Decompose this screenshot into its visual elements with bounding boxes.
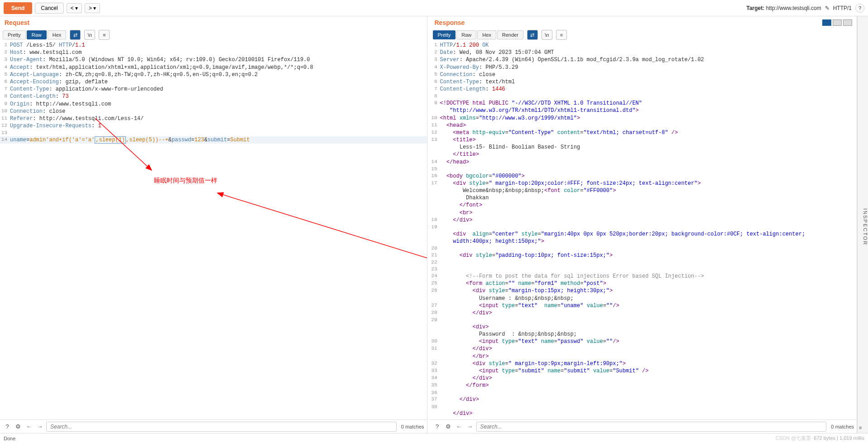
help-icon[interactable]: ? (855, 4, 864, 13)
send-button[interactable]: Send (4, 2, 32, 14)
line-content[interactable]: </div> (440, 345, 857, 352)
line-content[interactable]: Connection: close (440, 71, 857, 78)
code-line[interactable]: 11 <head> (430, 122, 857, 129)
line-content[interactable]: </div> (440, 375, 857, 382)
line-content[interactable]: Accept: text/html,application/xhtml+xml,… (10, 64, 427, 71)
search-prev-icon[interactable]: ← (24, 422, 34, 431)
tab-hex[interactable]: Hex (477, 30, 496, 39)
code-line[interactable]: 13 (0, 130, 427, 136)
line-content[interactable]: Upgrade-Insecure-Requests: 1 (10, 122, 427, 130)
line-content[interactable]: <div style="padding-top:10px; font-size:… (440, 252, 857, 259)
code-line[interactable]: Less-15- Blind- Boolian Based- String (430, 144, 857, 151)
line-content[interactable] (440, 259, 857, 266)
code-line[interactable]: 9Origin: http://www.testsqli.com (0, 101, 427, 108)
line-content[interactable]: <!--Form to post the data for sql inject… (440, 273, 857, 280)
line-content[interactable]: X-Powered-By: PHP/5.3.29 (440, 64, 857, 71)
line-content[interactable]: <input type="text" name="passwd" value="… (440, 338, 857, 345)
actions-icon[interactable]: ⇄ (527, 30, 538, 40)
line-content[interactable]: <div style="margin-top:15px; height:30px… (440, 287, 857, 294)
code-line[interactable]: 11Referer: http://www.testsqli.com/Less-… (0, 115, 427, 122)
line-content[interactable]: Referer: http://www.testsqli.com/Less-14… (10, 115, 427, 122)
code-line[interactable]: 32 <div style=" margin-top:9px;margin-le… (430, 360, 857, 367)
line-content[interactable]: <input type="text" name="uname" value=""… (440, 302, 857, 309)
line-content[interactable] (10, 130, 427, 136)
search-next-icon[interactable]: → (35, 422, 44, 431)
tab-raw[interactable]: Raw (27, 30, 47, 39)
code-line[interactable]: 8 (430, 93, 857, 100)
line-content[interactable]: Less-15- Blind- Boolian Based- String (440, 144, 857, 151)
code-line[interactable]: Username : &nbsp;&nbsp;&nbsp; (430, 295, 857, 302)
next-button[interactable]: > ▾ (85, 3, 100, 13)
line-content[interactable]: <body bgcolor="#000000"> (440, 173, 857, 180)
line-content[interactable] (440, 266, 857, 273)
line-content[interactable]: "http://www.w3.org/TR/xhtml1/DTD/xhtml1-… (440, 107, 857, 114)
search-prev-icon[interactable]: ← (455, 422, 464, 431)
line-content[interactable]: </div> (440, 217, 857, 224)
newline-icon[interactable]: \n (84, 30, 95, 40)
search-next-icon[interactable]: → (465, 422, 475, 431)
code-line[interactable]: 10Connection: close (0, 108, 427, 115)
line-content[interactable]: Welcome&nbsp;&nbsp;&nbsp;<font color="#F… (440, 187, 857, 194)
line-content[interactable]: Content-Length: 73 (10, 93, 427, 100)
code-line[interactable]: <div> (430, 323, 857, 331)
prev-button[interactable]: < ▾ (67, 3, 82, 13)
line-content[interactable] (440, 93, 857, 100)
code-line[interactable]: </br> (430, 353, 857, 360)
code-line[interactable]: 5Accept-Language: zh-CN,zh;q=0.8,zh-TW;q… (0, 71, 427, 78)
code-line[interactable]: </div> (430, 410, 857, 417)
line-content[interactable]: Content-Type: text/html (440, 78, 857, 86)
line-content[interactable]: <html xmlns="http://www.w3.org/1999/xhtm… (440, 115, 857, 122)
line-content[interactable]: <!DOCTYPE html PUBLIC "-//W3C//DTD XHTML… (440, 100, 857, 107)
code-line[interactable]: 6Accept-Encoding: gzip, deflate (0, 78, 427, 86)
code-line[interactable]: 17 <div style=" margin-top:20px;color:#F… (430, 180, 857, 187)
line-content[interactable]: Content-Length: 1446 (440, 86, 857, 93)
line-content[interactable]: Dhakkan (440, 194, 857, 202)
line-content[interactable]: </div> (440, 410, 857, 417)
line-content[interactable]: <form action="" name="form1" method="pos… (440, 280, 857, 287)
code-line[interactable]: 4Accept: text/html,application/xhtml+xml… (0, 64, 427, 71)
code-line[interactable]: 1HTTP/1.1 200 OK (430, 42, 857, 49)
line-content[interactable]: Content-Type: application/x-www-form-url… (10, 86, 427, 93)
help-icon[interactable]: ? (433, 422, 442, 431)
tab-hex[interactable]: Hex (48, 30, 67, 39)
code-line[interactable]: 22 (430, 259, 857, 266)
line-content[interactable] (440, 166, 857, 173)
line-content[interactable]: uname=admin'and+if('a'='a',sleep(1),slee… (10, 136, 427, 144)
line-content[interactable]: Connection: close (10, 108, 427, 115)
code-line[interactable]: 5Connection: close (430, 71, 857, 78)
code-line[interactable]: 21 <div style="padding-top:10px; font-si… (430, 252, 857, 259)
code-line[interactable]: 2Date: Wed, 08 Nov 2023 15:07:04 GMT (430, 49, 857, 56)
line-content[interactable]: Host: www.testsqli.com (10, 49, 427, 56)
inspector-sidebar[interactable]: INSPECTOR ≡ (857, 16, 868, 433)
expand-icon[interactable]: ≡ (859, 425, 863, 430)
layout-single-icon[interactable] (843, 19, 852, 26)
code-line[interactable]: 24 <!--Form to post the data for sql inj… (430, 273, 857, 280)
code-line[interactable]: 37 </div> (430, 396, 857, 403)
code-line[interactable]: 27 <input type="text" name="uname" value… (430, 302, 857, 309)
line-content[interactable]: </form> (440, 382, 857, 389)
line-content[interactable]: </br> (440, 353, 857, 360)
line-content[interactable]: </font> (440, 202, 857, 209)
code-line[interactable]: "http://www.w3.org/TR/xhtml1/DTD/xhtml1-… (430, 107, 857, 114)
code-line[interactable]: 25 <form action="" name="form1" method="… (430, 280, 857, 287)
code-line[interactable]: Dhakkan (430, 194, 857, 202)
line-content[interactable]: Accept-Encoding: gzip, deflate (10, 78, 427, 86)
line-content[interactable]: <div align="center" style="margin:40px 0… (440, 231, 857, 238)
code-line[interactable]: 34 </div> (430, 375, 857, 382)
code-line[interactable]: 36 (430, 390, 857, 396)
line-content[interactable]: <meta http-equiv="Content-Type" content=… (440, 129, 857, 136)
layout-rows-icon[interactable] (833, 19, 842, 26)
code-line[interactable]: 3Server: Apache/2.4.39 (Win64) OpenSSL/1… (430, 56, 857, 63)
line-content[interactable]: Accept-Language: zh-CN,zh;q=0.8,zh-TW;q=… (10, 71, 427, 78)
code-line[interactable]: 14 </head> (430, 159, 857, 166)
code-line[interactable]: 2Host: www.testsqli.com (0, 49, 427, 56)
line-content[interactable] (440, 404, 857, 410)
line-content[interactable]: </div> (440, 309, 857, 317)
code-line[interactable]: 26 <div style="margin-top:15px; height:3… (430, 287, 857, 294)
code-line[interactable]: width:400px; height:150px;"> (430, 238, 857, 245)
line-content[interactable]: <input type="submit" name="submit" value… (440, 367, 857, 375)
line-content[interactable]: Date: Wed, 08 Nov 2023 15:07:04 GMT (440, 49, 857, 56)
code-line[interactable]: 4X-Powered-By: PHP/5.3.29 (430, 64, 857, 71)
menu-icon[interactable]: ≡ (556, 30, 567, 40)
line-content[interactable] (440, 390, 857, 396)
